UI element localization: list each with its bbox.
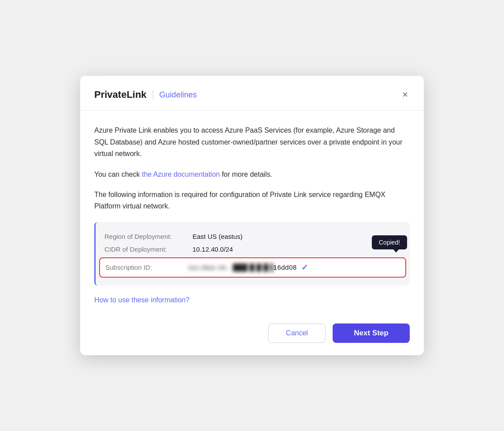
region-value: East US (eastus) (193, 233, 242, 240)
region-label: Region of Deployment: (104, 233, 193, 240)
cidr-value: 10.12.40.0/24 (193, 245, 233, 253)
how-to-link[interactable]: How to use these information? (94, 296, 189, 304)
modal-overlay: PrivateLink Guidelines × Azure Private L… (0, 0, 504, 431)
description-2: You can check the Azure documentation fo… (94, 169, 410, 180)
subscription-label: Subscription ID: (105, 264, 188, 271)
modal-footer: Cancel Next Step (80, 315, 424, 355)
modal-dialog: PrivateLink Guidelines × Azure Private L… (80, 76, 424, 355)
description-2-prefix: You can check (94, 171, 142, 178)
check-icon: ✓ (301, 263, 308, 272)
cancel-button[interactable]: Cancel (268, 323, 326, 343)
modal-header: PrivateLink Guidelines × (80, 76, 424, 111)
subscription-id-blurred: 1cc.cbuc clc. .███ █ █ █▐ (188, 264, 274, 271)
subscription-id: 1cc.cbuc clc. .███ █ █ █▐16dd08 (188, 264, 297, 271)
subscription-value-area: 1cc.cbuc clc. .███ █ █ █▐16dd08 ✓ (188, 263, 400, 272)
modal-title: PrivateLink (94, 89, 147, 100)
modal-body: Azure Private Link enables you to access… (80, 111, 424, 314)
copied-tooltip: Copied! (372, 235, 407, 249)
close-button[interactable]: × (400, 88, 410, 101)
cidr-row: CIDR of Deployment: 10.12.40.0/24 (104, 243, 401, 256)
guidelines-link[interactable]: Guidelines (159, 90, 197, 100)
description-3: The following information is required fo… (94, 189, 410, 212)
info-box: Region of Deployment: East US (eastus) C… (94, 222, 410, 286)
description-1: Azure Private Link enables you to access… (94, 125, 410, 160)
description-2-suffix: for more details. (220, 171, 272, 178)
modal-title-area: PrivateLink Guidelines (94, 89, 197, 100)
subscription-row[interactable]: Subscription ID: 1cc.cbuc clc. .███ █ █ … (99, 257, 406, 278)
azure-docs-link[interactable]: the Azure documentation (142, 171, 220, 178)
next-step-button[interactable]: Next Step (333, 323, 410, 343)
subscription-id-visible: 16dd08 (274, 264, 297, 271)
region-row: Region of Deployment: East US (eastus) (104, 230, 401, 243)
title-divider (153, 90, 153, 100)
cidr-label: CIDR of Deployment: (104, 245, 193, 253)
